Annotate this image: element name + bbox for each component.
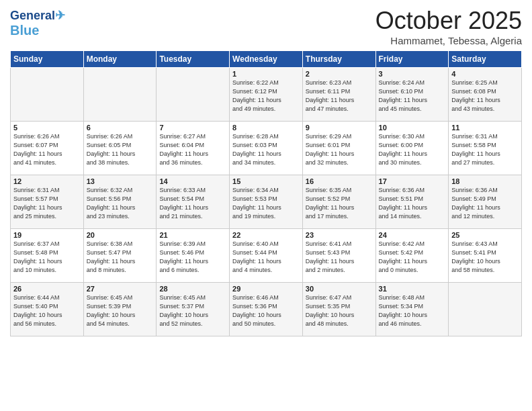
day-number: 10 (379, 124, 446, 132)
day-number: 20 (87, 231, 154, 239)
calendar-cell: 21Sunrise: 6:39 AM Sunset: 5:46 PM Dayli… (157, 229, 230, 283)
page-container: General✈ Blue October 2025 Hammamet, Teb… (0, 0, 532, 343)
day-number: 16 (306, 177, 373, 185)
weekday-header-saturday: Saturday (449, 51, 522, 68)
month-title: October 2025 (375, 7, 522, 35)
calendar-cell: 2Sunrise: 6:23 AM Sunset: 6:11 PM Daylig… (302, 68, 375, 122)
day-number: 11 (451, 124, 519, 132)
logo: General✈ Blue (10, 9, 65, 38)
calendar-cell: 28Sunrise: 6:45 AM Sunset: 5:37 PM Dayli… (157, 283, 230, 336)
calendar-cell: 5Sunrise: 6:26 AM Sunset: 6:07 PM Daylig… (11, 122, 84, 175)
day-number: 30 (306, 285, 373, 293)
day-number: 24 (379, 231, 446, 239)
day-info: Sunrise: 6:37 AM Sunset: 5:48 PM Dayligh… (13, 240, 81, 275)
calendar-cell: 27Sunrise: 6:45 AM Sunset: 5:39 PM Dayli… (83, 283, 157, 336)
header: General✈ Blue October 2025 Hammamet, Teb… (10, 7, 522, 46)
calendar-cell (11, 68, 84, 122)
day-info: Sunrise: 6:45 AM Sunset: 5:37 PM Dayligh… (159, 293, 226, 328)
weekday-header-wednesday: Wednesday (230, 51, 303, 68)
day-info: Sunrise: 6:35 AM Sunset: 5:52 PM Dayligh… (306, 186, 373, 221)
day-info: Sunrise: 6:23 AM Sunset: 6:11 PM Dayligh… (306, 79, 373, 113)
day-number: 31 (379, 285, 446, 293)
day-number: 2 (306, 70, 373, 78)
calendar-cell: 22Sunrise: 6:40 AM Sunset: 5:44 PM Dayli… (230, 229, 303, 283)
calendar-cell: 11Sunrise: 6:31 AM Sunset: 5:58 PM Dayli… (449, 122, 522, 175)
day-info: Sunrise: 6:27 AM Sunset: 6:04 PM Dayligh… (159, 132, 226, 167)
day-info: Sunrise: 6:45 AM Sunset: 5:39 PM Dayligh… (87, 293, 154, 328)
title-block: October 2025 Hammamet, Tebessa, Algeria (375, 7, 522, 46)
day-info: Sunrise: 6:42 AM Sunset: 5:42 PM Dayligh… (379, 240, 446, 275)
day-number: 8 (232, 124, 300, 132)
day-info: Sunrise: 6:31 AM Sunset: 5:57 PM Dayligh… (13, 186, 81, 221)
calendar-cell: 9Sunrise: 6:29 AM Sunset: 6:01 PM Daylig… (302, 122, 375, 175)
day-number: 3 (379, 70, 446, 78)
calendar-cell: 12Sunrise: 6:31 AM Sunset: 5:57 PM Dayli… (11, 175, 84, 229)
calendar-week-2: 12Sunrise: 6:31 AM Sunset: 5:57 PM Dayli… (11, 175, 522, 229)
day-info: Sunrise: 6:28 AM Sunset: 6:03 PM Dayligh… (232, 132, 300, 167)
calendar-cell (449, 283, 522, 336)
location: Hammamet, Tebessa, Algeria (375, 35, 522, 46)
day-info: Sunrise: 6:30 AM Sunset: 6:00 PM Dayligh… (379, 132, 446, 167)
calendar-table: SundayMondayTuesdayWednesdayThursdayFrid… (10, 50, 522, 336)
day-number: 29 (232, 285, 300, 293)
weekday-header-sunday: Sunday (11, 51, 84, 68)
day-number: 17 (379, 177, 446, 185)
calendar-cell: 10Sunrise: 6:30 AM Sunset: 6:00 PM Dayli… (375, 122, 449, 175)
day-info: Sunrise: 6:25 AM Sunset: 6:08 PM Dayligh… (451, 79, 519, 113)
calendar-cell: 17Sunrise: 6:36 AM Sunset: 5:51 PM Dayli… (375, 175, 449, 229)
weekday-header-tuesday: Tuesday (157, 51, 230, 68)
weekday-header-thursday: Thursday (302, 51, 375, 68)
day-info: Sunrise: 6:31 AM Sunset: 5:58 PM Dayligh… (451, 132, 519, 167)
calendar-week-1: 5Sunrise: 6:26 AM Sunset: 6:07 PM Daylig… (11, 122, 522, 175)
calendar-cell: 20Sunrise: 6:38 AM Sunset: 5:47 PM Dayli… (83, 229, 157, 283)
day-info: Sunrise: 6:26 AM Sunset: 6:05 PM Dayligh… (87, 132, 154, 167)
calendar-cell (83, 68, 157, 122)
calendar-cell: 26Sunrise: 6:44 AM Sunset: 5:40 PM Dayli… (11, 283, 84, 336)
day-number: 1 (232, 70, 300, 78)
calendar-week-3: 19Sunrise: 6:37 AM Sunset: 5:48 PM Dayli… (11, 229, 522, 283)
day-number: 19 (13, 231, 81, 239)
day-number: 12 (13, 177, 81, 185)
day-number: 15 (232, 177, 300, 185)
calendar-cell: 4Sunrise: 6:25 AM Sunset: 6:08 PM Daylig… (449, 68, 522, 122)
day-number: 13 (87, 177, 154, 185)
day-number: 21 (159, 231, 226, 239)
day-info: Sunrise: 6:38 AM Sunset: 5:47 PM Dayligh… (87, 240, 154, 275)
calendar-week-0: 1Sunrise: 6:22 AM Sunset: 6:12 PM Daylig… (11, 68, 522, 122)
day-number: 5 (13, 124, 81, 132)
weekday-header-monday: Monday (83, 51, 157, 68)
day-info: Sunrise: 6:36 AM Sunset: 5:49 PM Dayligh… (451, 186, 519, 221)
day-info: Sunrise: 6:34 AM Sunset: 5:53 PM Dayligh… (232, 186, 300, 221)
day-info: Sunrise: 6:22 AM Sunset: 6:12 PM Dayligh… (232, 79, 300, 113)
day-number: 26 (13, 285, 81, 293)
calendar-cell (157, 68, 230, 122)
day-number: 4 (451, 70, 519, 78)
calendar-cell: 19Sunrise: 6:37 AM Sunset: 5:48 PM Dayli… (11, 229, 84, 283)
day-number: 18 (451, 177, 519, 185)
calendar-cell: 31Sunrise: 6:48 AM Sunset: 5:34 PM Dayli… (375, 283, 449, 336)
calendar-cell: 18Sunrise: 6:36 AM Sunset: 5:49 PM Dayli… (449, 175, 522, 229)
day-info: Sunrise: 6:41 AM Sunset: 5:43 PM Dayligh… (306, 240, 373, 275)
day-info: Sunrise: 6:39 AM Sunset: 5:46 PM Dayligh… (159, 240, 226, 275)
day-info: Sunrise: 6:43 AM Sunset: 5:41 PM Dayligh… (451, 240, 519, 275)
calendar-cell: 7Sunrise: 6:27 AM Sunset: 6:04 PM Daylig… (157, 122, 230, 175)
day-number: 28 (159, 285, 226, 293)
day-number: 25 (451, 231, 519, 239)
calendar-week-4: 26Sunrise: 6:44 AM Sunset: 5:40 PM Dayli… (11, 283, 522, 336)
day-info: Sunrise: 6:36 AM Sunset: 5:51 PM Dayligh… (379, 186, 446, 221)
day-number: 6 (87, 124, 154, 132)
day-number: 14 (159, 177, 226, 185)
day-info: Sunrise: 6:33 AM Sunset: 5:54 PM Dayligh… (159, 186, 226, 221)
day-info: Sunrise: 6:46 AM Sunset: 5:36 PM Dayligh… (232, 293, 300, 328)
weekday-header-friday: Friday (375, 51, 449, 68)
calendar-cell: 23Sunrise: 6:41 AM Sunset: 5:43 PM Dayli… (302, 229, 375, 283)
day-info: Sunrise: 6:26 AM Sunset: 6:07 PM Dayligh… (13, 132, 81, 167)
calendar-cell: 16Sunrise: 6:35 AM Sunset: 5:52 PM Dayli… (302, 175, 375, 229)
day-info: Sunrise: 6:29 AM Sunset: 6:01 PM Dayligh… (306, 132, 373, 167)
weekday-header-row: SundayMondayTuesdayWednesdayThursdayFrid… (11, 51, 522, 68)
calendar-cell: 13Sunrise: 6:32 AM Sunset: 5:56 PM Dayli… (83, 175, 157, 229)
calendar-cell: 24Sunrise: 6:42 AM Sunset: 5:42 PM Dayli… (375, 229, 449, 283)
calendar-cell: 6Sunrise: 6:26 AM Sunset: 6:05 PM Daylig… (83, 122, 157, 175)
day-info: Sunrise: 6:47 AM Sunset: 5:35 PM Dayligh… (306, 293, 373, 328)
calendar-cell: 15Sunrise: 6:34 AM Sunset: 5:53 PM Dayli… (230, 175, 303, 229)
